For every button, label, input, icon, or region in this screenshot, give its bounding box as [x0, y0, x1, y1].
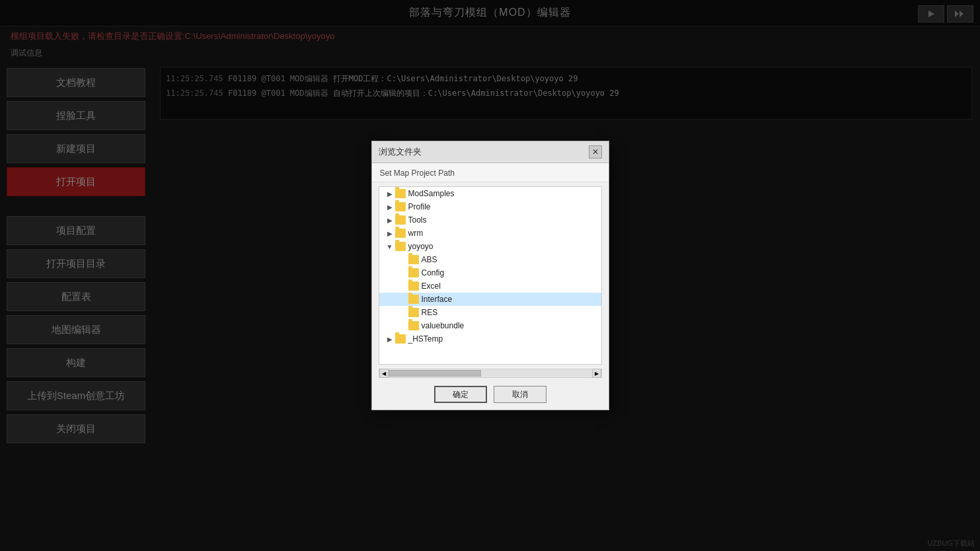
dialog-close-button[interactable]: ✕: [589, 145, 602, 159]
horizontal-scrollbar[interactable]: ◀ ▶: [379, 369, 602, 378]
tree-item[interactable]: ▶Tools: [379, 213, 601, 227]
tree-item[interactable]: Excel: [379, 279, 601, 293]
tree-expand-icon: [398, 307, 408, 318]
tree-expand-icon[interactable]: ▶: [385, 188, 395, 199]
cancel-button[interactable]: 取消: [494, 386, 547, 403]
scrollbar-track[interactable]: [389, 370, 592, 377]
tree-expand-icon[interactable]: ▶: [385, 334, 395, 344]
tree-item[interactable]: ▶wrm: [379, 227, 601, 240]
file-browser-dialog: 浏览文件夹 ✕ Set Map Project Path ▶ModSamples…: [371, 141, 609, 410]
tree-item[interactable]: ABS: [379, 253, 601, 266]
folder-icon: [408, 295, 419, 304]
tree-item-label: Config: [422, 268, 445, 277]
tree-expand-icon: [398, 281, 408, 291]
tree-item-label: RES: [422, 308, 438, 317]
tree-item[interactable]: ▶_HSTemp: [379, 332, 601, 346]
tree-item[interactable]: Config: [379, 266, 601, 279]
tree-item-label: Excel: [422, 281, 441, 291]
folder-icon: [395, 229, 406, 238]
folder-icon: [395, 334, 406, 344]
tree-item-label: ModSamples: [408, 189, 455, 198]
tree-item-label: yoyoyo: [408, 242, 433, 251]
tree-expand-icon[interactable]: ▶: [385, 228, 395, 239]
tree-item[interactable]: valuebundle: [379, 319, 601, 332]
tree-content: ▶ModSamples▶Profile▶Tools▶wrm▼yoyoyoABSC…: [379, 187, 601, 346]
folder-icon: [408, 308, 419, 317]
tree-item-label: Interface: [422, 295, 453, 304]
dialog-title: 浏览文件夹: [379, 146, 422, 158]
folder-icon: [395, 202, 406, 211]
folder-icon: [408, 281, 419, 291]
confirm-button[interactable]: 确定: [434, 386, 487, 403]
folder-icon: [408, 255, 419, 264]
tree-expand-icon: [398, 320, 408, 331]
dialog-buttons: 确定 取消: [372, 381, 609, 410]
tree-item-label: valuebundle: [422, 321, 465, 330]
folder-icon: [408, 268, 419, 277]
tree-item-label: ABS: [422, 255, 437, 264]
dialog-titlebar: 浏览文件夹 ✕: [372, 141, 609, 163]
dialog-subtitle: Set Map Project Path: [372, 163, 609, 182]
tree-item[interactable]: RES: [379, 306, 601, 319]
file-tree[interactable]: ▶ModSamples▶Profile▶Tools▶wrm▼yoyoyoABSC…: [379, 186, 602, 365]
folder-icon: [395, 242, 406, 251]
tree-item-label: wrm: [408, 229, 424, 238]
tree-item-label: _HSTemp: [408, 334, 443, 344]
tree-item-label: Profile: [408, 202, 431, 211]
tree-expand-icon: [398, 294, 408, 305]
folder-icon: [408, 321, 419, 330]
tree-expand-icon: [398, 268, 408, 278]
scroll-left-button[interactable]: ◀: [379, 369, 389, 378]
tree-expand-icon[interactable]: ▼: [385, 241, 395, 252]
tree-item-label: Tools: [408, 215, 427, 225]
folder-icon: [395, 215, 406, 225]
tree-item[interactable]: ▶ModSamples: [379, 187, 601, 200]
tree-expand-icon[interactable]: ▶: [385, 202, 395, 212]
scroll-right-button[interactable]: ▶: [592, 369, 601, 378]
folder-icon: [395, 189, 406, 198]
tree-item[interactable]: Interface: [379, 293, 601, 306]
modal-overlay: 浏览文件夹 ✕ Set Map Project Path ▶ModSamples…: [0, 0, 980, 551]
scrollbar-thumb[interactable]: [389, 370, 481, 377]
tree-item[interactable]: ▶Profile: [379, 200, 601, 213]
tree-expand-icon: [398, 254, 408, 265]
tree-item[interactable]: ▼yoyoyo: [379, 240, 601, 253]
tree-expand-icon[interactable]: ▶: [385, 215, 395, 225]
